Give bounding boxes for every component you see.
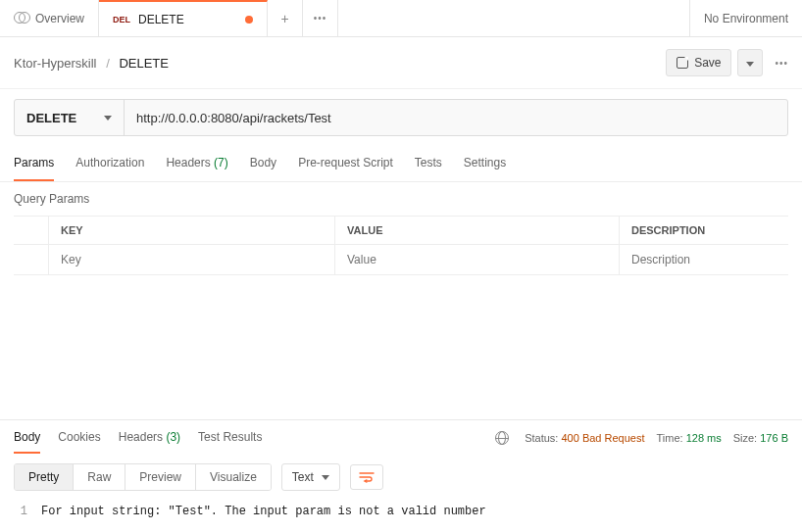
response-body[interactable]: 1 For input string: "Test". The input pa… xyxy=(0,499,802,532)
save-group: Save ••• xyxy=(666,49,788,76)
time-value[interactable]: 128 ms xyxy=(686,432,722,444)
plus-icon: + xyxy=(280,11,288,26)
save-icon xyxy=(677,57,688,69)
query-params-table: KEY VALUE DESCRIPTION xyxy=(14,216,788,275)
col-value: VALUE xyxy=(335,217,620,244)
time-label: Time: xyxy=(656,432,682,444)
table-header: KEY VALUE DESCRIPTION xyxy=(14,217,788,245)
status-label: Status: xyxy=(525,432,558,444)
top-tab-bar: Overview DEL DELETE + ••• No Environment xyxy=(0,0,802,37)
resp-tab-body[interactable]: Body xyxy=(14,422,40,454)
tab-authorization[interactable]: Authorization xyxy=(75,146,144,181)
resp-tab-headers[interactable]: Headers (3) xyxy=(119,422,180,454)
size-value[interactable]: 176 B xyxy=(760,432,788,444)
breadcrumb-request: DELETE xyxy=(119,56,169,71)
save-button[interactable]: Save xyxy=(666,49,731,76)
col-key: KEY xyxy=(49,217,335,244)
save-button-label: Save xyxy=(694,56,721,70)
view-pretty-button[interactable]: Pretty xyxy=(15,464,74,490)
tab-overflow-button[interactable]: ••• xyxy=(303,0,338,36)
ellipsis-icon: ••• xyxy=(314,13,327,24)
url-input[interactable] xyxy=(125,100,787,135)
unsaved-indicator-icon xyxy=(245,16,253,24)
tab-headers[interactable]: Headers (7) xyxy=(166,146,227,181)
environment-label: No Environment xyxy=(704,12,788,25)
globe-icon[interactable] xyxy=(495,431,509,445)
content-type-select[interactable]: Text xyxy=(281,463,340,491)
new-tab-button[interactable]: + xyxy=(268,0,303,36)
resp-tab-tests[interactable]: Test Results xyxy=(198,422,262,454)
chevron-down-icon xyxy=(746,62,754,67)
url-row: DELETE xyxy=(14,99,788,136)
environment-selector[interactable]: No Environment xyxy=(689,0,802,36)
resp-tab-headers-label: Headers xyxy=(119,430,163,444)
breadcrumb-sep: / xyxy=(106,56,110,71)
status-line: Status: 400 Bad Request Time: 128 ms Siz… xyxy=(495,431,788,445)
breadcrumb-collection[interactable]: Ktor-Hyperskill xyxy=(14,56,97,71)
http-method-select[interactable]: DELETE xyxy=(15,100,125,135)
view-visualize-button[interactable]: Visualize xyxy=(196,464,271,490)
cell-desc[interactable] xyxy=(620,245,788,274)
view-mode-segment: Pretty Raw Preview Visualize xyxy=(14,463,272,491)
col-handle xyxy=(14,217,49,244)
chevron-down-icon xyxy=(322,475,329,480)
view-preview-button[interactable]: Preview xyxy=(125,464,196,490)
tab-method-badge: DEL xyxy=(113,15,130,24)
param-desc-input[interactable] xyxy=(631,253,777,266)
query-params-label: Query Params xyxy=(0,182,802,216)
tab-request-label: DELETE xyxy=(138,13,184,26)
tab-request-delete[interactable]: DEL DELETE xyxy=(99,0,268,36)
cell-key[interactable] xyxy=(49,245,335,274)
chevron-down-icon xyxy=(104,116,112,121)
table-row xyxy=(14,245,788,274)
http-method-value: DELETE xyxy=(26,111,76,125)
resp-tab-cookies[interactable]: Cookies xyxy=(58,422,100,454)
col-description: DESCRIPTION xyxy=(620,217,788,244)
tab-params[interactable]: Params xyxy=(14,146,54,181)
response-text: For input string: "Test". The input para… xyxy=(41,505,486,518)
wrap-icon xyxy=(359,471,375,483)
tab-tests[interactable]: Tests xyxy=(415,146,442,181)
response-tab-bar: Body Cookies Headers (3) Test Results St… xyxy=(0,420,802,456)
response-panel: Body Cookies Headers (3) Test Results St… xyxy=(0,419,802,532)
response-toolbar: Pretty Raw Preview Visualize Text xyxy=(0,456,802,499)
resp-tab-headers-count: (3) xyxy=(166,430,180,444)
cell-value[interactable] xyxy=(335,245,620,274)
save-options-button[interactable] xyxy=(737,49,763,76)
tab-settings[interactable]: Settings xyxy=(464,146,506,181)
param-key-input[interactable] xyxy=(61,253,323,266)
size-label: Size: xyxy=(733,432,757,444)
breadcrumb-row: Ktor-Hyperskill / DELETE Save ••• xyxy=(0,37,802,89)
tab-headers-count: (7) xyxy=(214,156,228,169)
tab-overview[interactable]: Overview xyxy=(0,0,99,36)
request-more-button[interactable]: ••• xyxy=(775,58,788,69)
tab-overview-label: Overview xyxy=(35,12,84,25)
overview-icon xyxy=(14,12,27,25)
tab-headers-label: Headers xyxy=(166,156,210,169)
param-value-input[interactable] xyxy=(347,253,607,266)
line-number: 1 xyxy=(14,505,27,518)
wrap-lines-button[interactable] xyxy=(350,464,383,490)
status-value[interactable]: 400 Bad Request xyxy=(561,432,644,444)
view-raw-button[interactable]: Raw xyxy=(74,464,125,490)
row-handle[interactable] xyxy=(14,245,49,274)
tab-body[interactable]: Body xyxy=(250,146,276,181)
tab-prerequest[interactable]: Pre-request Script xyxy=(298,146,393,181)
request-tab-bar: Params Authorization Headers (7) Body Pr… xyxy=(0,146,802,182)
breadcrumb: Ktor-Hyperskill / DELETE xyxy=(14,56,169,71)
content-type-value: Text xyxy=(292,470,314,484)
